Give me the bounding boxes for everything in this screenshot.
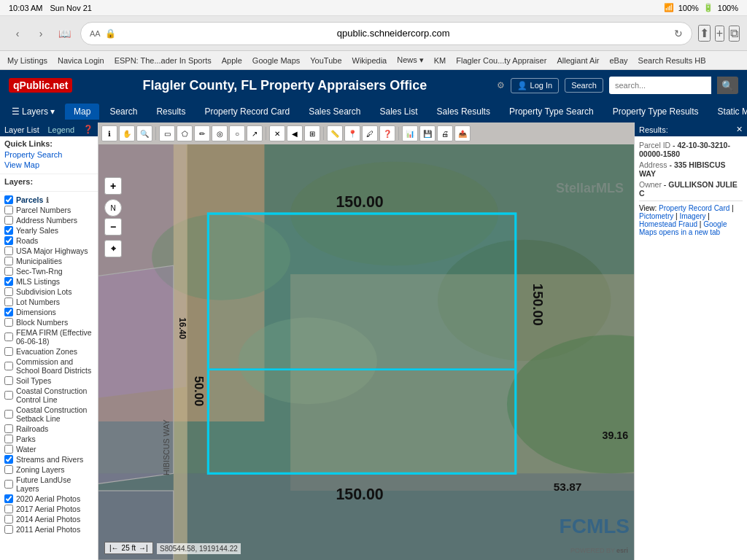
layer-roads-checkbox[interactable] <box>4 236 13 245</box>
bookmark-flagler[interactable]: Flagler Cou...ty Appraiser <box>456 56 546 65</box>
reload-button[interactable]: ↻ <box>674 28 683 39</box>
map-area[interactable]: ℹ ✋ 🔍 ▭ ⬠ ✏ ◎ ○ ↗ ✕ ◀ ⊞ 📏 📍 🖊 ❓ 📊 💾 🖨 📤 <box>98 122 634 560</box>
location-button[interactable]: ⌖ <box>104 240 122 257</box>
bookmark-navica[interactable]: Navica Login <box>58 56 104 65</box>
view-map-link[interactable]: View Map <box>4 160 93 169</box>
layer-municipalities[interactable]: Municipalities <box>4 257 93 265</box>
address-bar[interactable]: AA 🔒 qpublic.schneidercorp.com ↻ <box>80 22 692 45</box>
bookmark-search-results[interactable]: Search Results HB <box>638 56 706 65</box>
clear-selection-button[interactable]: ✕ <box>269 125 285 141</box>
bookmark-news[interactable]: News ▾ <box>397 55 424 65</box>
layer-fema-checkbox[interactable] <box>4 332 13 341</box>
search-label-button[interactable]: Search <box>565 78 603 93</box>
add-tab-button[interactable]: + <box>715 26 724 42</box>
export-tool-button[interactable]: 📤 <box>454 125 471 141</box>
tab-sales-list[interactable]: Sales List <box>371 104 427 120</box>
share-button[interactable]: ⬆ <box>698 25 711 42</box>
layer-address-numbers-checkbox[interactable] <box>4 216 13 225</box>
layer-block-numbers[interactable]: Block Numbers <box>4 318 93 327</box>
layer-commission-checkbox[interactable] <box>4 362 13 370</box>
layer-2020-aerial-checkbox[interactable] <box>4 494 13 503</box>
layer-parks[interactable]: Parks <box>4 435 93 443</box>
layer-sec-twn-rng[interactable]: Sec-Twn-Rng <box>4 267 93 276</box>
layer-parcel-numbers-checkbox[interactable] <box>4 206 13 214</box>
layer-block-numbers-checkbox[interactable] <box>4 318 13 327</box>
tab-property-type-search[interactable]: Property Type Search <box>500 104 603 120</box>
url-text[interactable]: qpublic.schneidercorp.com <box>120 28 667 39</box>
bookmark-youtube[interactable]: YouTube <box>310 56 341 65</box>
query-tool-button[interactable]: ❓ <box>379 125 395 141</box>
login-button[interactable]: 👤 Log In <box>511 78 559 93</box>
layer-coastal-setback[interactable]: Coastal Construction Setback Line <box>4 405 93 423</box>
layer-yearly-sales[interactable]: Yearly Sales <box>4 226 93 235</box>
zoom-out-button[interactable]: − <box>104 218 122 236</box>
pan-tool-button[interactable]: ✋ <box>119 125 135 141</box>
map-canvas[interactable]: 150.00 150.00 150.00 50.00 53.87 39.16 1… <box>98 144 634 560</box>
bookmark-allegiant[interactable]: Allegiant Air <box>557 56 599 65</box>
bookmark-my-listings[interactable]: My Listings <box>7 56 47 65</box>
layer-2014-aerial-checkbox[interactable] <box>4 515 13 524</box>
legend-label[interactable]: Legend <box>47 125 74 134</box>
header-search-submit[interactable]: 🔍 <box>717 77 738 94</box>
forward-button[interactable]: › <box>31 23 51 44</box>
layer-2020-aerial[interactable]: 2020 Aerial Photos <box>4 494 93 503</box>
select-freehand-button[interactable]: ✏ <box>194 125 210 141</box>
layer-address-numbers[interactable]: Address Numbers <box>4 216 93 225</box>
tab-property-record-card[interactable]: Property Record Card <box>196 104 298 120</box>
bookmark-km[interactable]: KM <box>434 56 446 65</box>
layer-2014-aerial[interactable]: 2014 Aerial Photos <box>4 515 93 524</box>
back-button[interactable]: ‹ <box>7 23 28 44</box>
info-tool-button[interactable]: ℹ <box>101 125 117 141</box>
layer-soil-types[interactable]: Soil Types <box>4 376 93 385</box>
layer-parks-checkbox[interactable] <box>4 435 13 443</box>
homestead-fraud-link[interactable]: Homestead Fraud <box>639 220 697 228</box>
full-extent-button[interactable]: ⊞ <box>304 125 320 141</box>
save-tool-button[interactable]: 💾 <box>419 125 436 141</box>
close-results-icon[interactable]: ✕ <box>736 125 743 134</box>
tab-map[interactable]: Map <box>65 104 99 120</box>
layer-railroads-checkbox[interactable] <box>4 424 13 433</box>
property-search-link[interactable]: Property Search <box>4 150 93 159</box>
layer-railroads[interactable]: Railroads <box>4 424 93 433</box>
reader-view-button[interactable]: 📖 <box>54 23 74 44</box>
layer-parcels[interactable]: Parcels ℹ <box>4 195 93 204</box>
property-record-card-link[interactable]: Property Record Card <box>659 204 729 212</box>
layer-roads[interactable]: Roads <box>4 236 93 245</box>
tab-layers[interactable]: ☰ Layers ▾ <box>3 104 63 120</box>
layer-commission[interactable]: Commission and School Board Districts <box>4 357 93 375</box>
layer-mls-listings-checkbox[interactable] <box>4 277 13 286</box>
layer-usa-highways-checkbox[interactable] <box>4 246 13 255</box>
layer-lot-numbers[interactable]: Lot Numbers <box>4 298 93 306</box>
measure-tool-button[interactable]: 📏 <box>327 125 343 141</box>
layer-2011-aerial[interactable]: 2011 Aerial Photos <box>4 525 93 534</box>
tab-sales-search[interactable]: Sales Search <box>300 104 369 120</box>
tab-sales-results[interactable]: Sales Results <box>428 104 499 120</box>
bookmark-wikipedia[interactable]: Wikipedia <box>352 56 387 65</box>
layer-parcels-checkbox[interactable] <box>4 195 13 204</box>
header-search-input[interactable] <box>609 77 711 94</box>
layer-mls-listings[interactable]: MLS Listings <box>4 277 93 286</box>
layer-2011-aerial-checkbox[interactable] <box>4 525 13 534</box>
layer-future-landuse[interactable]: Future LandUse Layers <box>4 475 93 493</box>
bookmark-ebay[interactable]: eBay <box>610 56 628 65</box>
buffer-button[interactable]: ◎ <box>212 125 228 141</box>
bookmark-google-maps[interactable]: Google Maps <box>252 56 300 65</box>
back-extent-button[interactable]: ◀ <box>287 125 303 141</box>
select-rectangle-button[interactable]: ▭ <box>159 125 175 141</box>
layer-2017-aerial[interactable]: 2017 Aerial Photos <box>4 505 93 513</box>
tab-property-type-results[interactable]: Property Type Results <box>604 104 708 120</box>
compass-button[interactable]: N <box>104 199 122 217</box>
layer-fema[interactable]: FEMA FIRM (Effective 06-06-18) <box>4 328 93 346</box>
print-tool-button[interactable]: 🖨 <box>437 125 453 141</box>
layer-coastal-setback-checkbox[interactable] <box>4 410 13 419</box>
zoom-in-button[interactable]: + <box>104 177 122 195</box>
identify-tool-button[interactable]: 📍 <box>344 125 360 141</box>
layer-evacuation-checkbox[interactable] <box>4 347 13 356</box>
layer-soil-types-checkbox[interactable] <box>4 376 13 385</box>
draw-tool-button[interactable]: 🖊 <box>362 125 378 141</box>
chart-tool-button[interactable]: 📊 <box>402 125 418 141</box>
bookmark-apple[interactable]: Apple <box>222 56 242 65</box>
tab-results[interactable]: Results <box>147 104 194 120</box>
layer-streams[interactable]: Streams and Rivers <box>4 455 93 464</box>
layer-dimensions[interactable]: Dimensions <box>4 308 93 316</box>
